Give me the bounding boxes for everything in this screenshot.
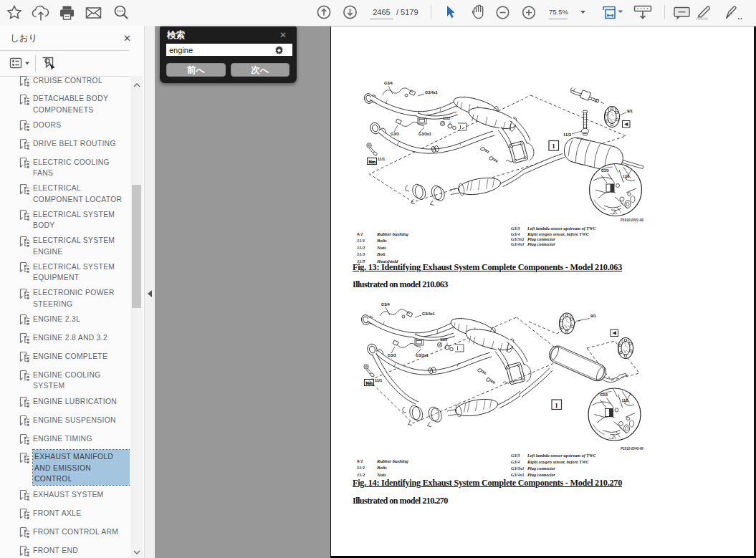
svg-text:11/3: 11/3: [563, 133, 572, 137]
svg-text:1: 1: [552, 143, 555, 150]
svg-text:G3/3: G3/3: [601, 169, 609, 173]
svg-text:G3/3: G3/3: [601, 393, 608, 397]
svg-text:P1910-0340-49: P1910-0340-49: [621, 447, 643, 451]
svg-text:11/2: 11/2: [623, 175, 629, 178]
svg-text:9/1: 9/1: [590, 314, 597, 318]
svg-text:11/5: 11/5: [622, 399, 628, 403]
svg-text:1: 1: [555, 402, 558, 409]
svg-text:9/1: 9/1: [627, 109, 633, 113]
svg-text:P1910-0301-49: P1910-0301-49: [621, 218, 643, 222]
